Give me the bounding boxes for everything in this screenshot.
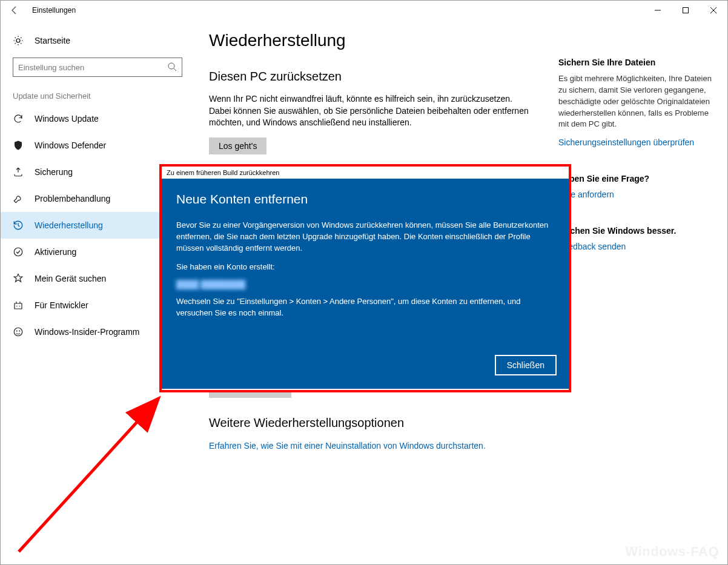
right-backup-heading: Sichern Sie Ihre Dateien — [558, 58, 713, 67]
home-link[interactable]: Startseite — [1, 28, 194, 53]
dialog-text-1: Bevor Sie zu einer Vorgängerversion von … — [176, 220, 554, 254]
sidebar-item-label: Wiederherstellung — [35, 220, 103, 230]
right-question-block: Haben Sie eine Frage? Hilfe anfordern — [558, 174, 713, 199]
more-options-heading: Weitere Wiederherstellungsoptionen — [209, 416, 546, 430]
sidebar-item-windows-defender[interactable]: Windows Defender — [1, 132, 194, 159]
window-title: Einstellungen — [32, 6, 76, 15]
backup-icon — [13, 167, 26, 177]
sidebar-item-label: Sicherung — [35, 167, 73, 177]
page-title: Wiederherstellung — [209, 31, 546, 50]
sidebar-item-label: Windows Defender — [35, 140, 106, 150]
dialog-account-name: ████ ████████ — [176, 280, 554, 289]
sync-icon — [13, 113, 26, 124]
wrench-icon — [13, 193, 26, 204]
right-question-heading: Haben Sie eine Frage? — [558, 174, 713, 183]
dialog-titlebar: Zu einem früheren Build zurückkehren — [162, 167, 569, 179]
rollback-dialog: Zu einem früheren Build zurückkehren Neu… — [159, 164, 571, 392]
backup-settings-link[interactable]: Sicherungseinstellungen überprüfen — [558, 137, 694, 147]
sidebar-item-label: Windows-Insider-Programm — [35, 327, 139, 337]
dialog-text-2: Sie haben ein Konto erstellt: — [176, 262, 554, 273]
reset-heading: Diesen PC zurücksetzen — [209, 70, 546, 84]
search-placeholder: Einstellung suchen — [18, 63, 84, 72]
reset-text: Wenn Ihr PC nicht einwandfrei läuft, kön… — [209, 93, 536, 129]
sidebar-item-label: Für Entwickler — [35, 300, 88, 310]
svg-rect-1 — [683, 8, 689, 13]
gear-icon — [13, 35, 26, 46]
svg-point-6 — [14, 248, 22, 256]
insider-icon — [13, 326, 26, 337]
search-input[interactable]: Einstellung suchen — [13, 58, 182, 77]
svg-point-9 — [19, 331, 20, 332]
check-circle-icon — [13, 246, 26, 257]
right-backup-text: Es gibt mehrere Möglichkeiten, Ihre Date… — [558, 73, 713, 130]
shield-icon — [13, 140, 26, 151]
svg-point-8 — [16, 331, 18, 332]
home-label: Startseite — [35, 36, 70, 45]
sidebar-item-label: Aktivierung — [35, 247, 76, 257]
dialog-close-button[interactable]: Schließen — [495, 355, 557, 375]
reset-section: Diesen PC zurücksetzen Wenn Ihr PC nicht… — [209, 70, 546, 154]
history-icon — [13, 220, 26, 231]
dialog-heading: Neue Konten entfernen — [176, 192, 554, 207]
find-device-icon — [13, 273, 26, 284]
sidebar-item-windows-update[interactable]: Windows Update — [1, 105, 194, 132]
search-icon — [167, 62, 177, 71]
group-title: Update und Sicherheit — [1, 91, 194, 101]
fresh-install-link[interactable]: Erfahren Sie, wie Sie mit einer Neuinsta… — [209, 440, 486, 452]
maximize-button[interactable] — [672, 1, 700, 20]
sidebar-item-label: Windows Update — [35, 114, 99, 124]
more-options-section: Weitere Wiederherstellungsoptionen Erfah… — [209, 416, 546, 452]
developer-icon — [13, 300, 26, 311]
back-button[interactable] — [1, 5, 28, 15]
svg-point-7 — [14, 328, 22, 336]
right-feedback-heading: Machen Sie Windows besser. — [558, 226, 713, 236]
right-backup-block: Sichern Sie Ihre Dateien Es gibt mehrere… — [558, 58, 713, 147]
sidebar-item-label: Problembehandlung — [35, 194, 110, 203]
right-feedback-block: Machen Sie Windows besser. Feedback send… — [558, 226, 713, 251]
svg-point-4 — [168, 63, 174, 69]
minimize-button[interactable] — [644, 1, 672, 20]
sidebar-item-label: Mein Gerät suchen — [35, 274, 106, 283]
close-button[interactable] — [700, 1, 727, 20]
watermark: Windows-FAQ — [626, 544, 719, 560]
svg-line-5 — [174, 68, 176, 71]
reset-start-button[interactable]: Los geht's — [209, 137, 266, 154]
dialog-text-3: Wechseln Sie zu "Einstellungen > Konten … — [176, 296, 554, 319]
